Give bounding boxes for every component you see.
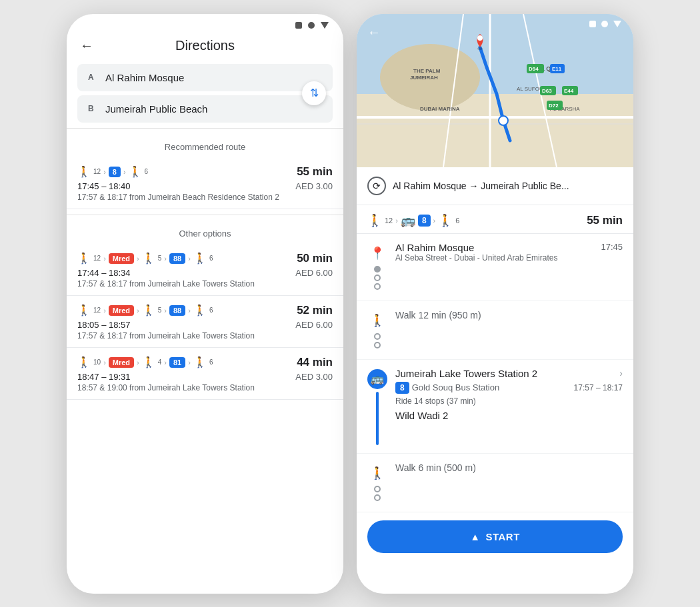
back-button[interactable]: ← [80, 38, 93, 53]
step-walk-2: 🚶 Walk 6 min (500 m) [357, 454, 633, 512]
walk-num-end: 6 [145, 168, 149, 175]
destination-value: Jumeirah Public Beach [105, 103, 207, 115]
signal-icon-r [589, 21, 596, 27]
other-route-2-duration: 52 min [297, 304, 333, 317]
step-body-bus: Jumeirah Lake Towers Station 2 › 8 Gold … [395, 368, 623, 421]
svg-text:D94: D94 [529, 66, 539, 72]
bus-badge-8: 8 [109, 167, 121, 177]
walk-num-start: 12 [93, 168, 101, 175]
bus-icon-r: 🚌 [401, 213, 415, 228]
step-icon-walk1: 🚶 [367, 309, 387, 351]
other-route-1[interactable]: 🚶 12 › Mred › 🚶 5 › 88 › 🚶 6 50 min 17:4… [67, 244, 343, 296]
route-duration: 55 min [297, 165, 333, 179]
other-route-3-duration: 44 min [297, 356, 333, 369]
wifi-icon-r [601, 21, 608, 27]
status-bar-left [67, 14, 343, 33]
signal-strength-icon [321, 22, 329, 29]
destination-input[interactable]: B Jumeirah Public Beach [77, 95, 333, 123]
other-route-1-duration: 50 min [297, 252, 333, 265]
bus-badge-detail: 8 [395, 382, 409, 394]
chevron-icon: › [619, 368, 623, 378]
ride-info: Ride 14 stops (37 min) [395, 396, 623, 406]
bus-badge-88-1: 88 [169, 253, 185, 264]
step-icon-walk2: 🚶 [367, 462, 387, 504]
route-from: 17:57 & 18:17 from Jumeirah Beach Reside… [77, 193, 279, 202]
bus-badge-mred-1: Mred [109, 253, 134, 264]
walk-num: 12 [93, 255, 101, 262]
svg-text:D72: D72 [549, 103, 559, 109]
svg-text:THE PALM: THE PALM [413, 68, 441, 74]
start-button[interactable]: ▲ START [367, 520, 623, 553]
recommended-label: Recommended route [67, 134, 343, 157]
bus-time: 17:57 – 18:17 [574, 383, 623, 392]
route-price: AED 3.00 [295, 181, 333, 191]
or2-time: 18:05 – 18:57 [77, 320, 255, 330]
step-walk-1: 🚶 Walk 12 min (950 m) [357, 301, 633, 360]
time-summary: 🚶 12 › 🚌 8 › 🚶 6 55 min [357, 205, 633, 234]
map-area: ← THE PALM JUMEIRAH [357, 14, 633, 167]
swap-button[interactable]: ⇅ [302, 81, 326, 105]
step-icon-bus: 🚌 [367, 368, 387, 445]
bus-dest: Gold Souq Bus Station [412, 382, 500, 392]
svg-rect-2 [357, 94, 633, 167]
walk-icon: 🚶 [77, 252, 91, 265]
recommended-route[interactable]: 🚶 12 › 8 › 🚶 6 55 min 17:45 – 18:40 17:5… [67, 157, 343, 209]
bus-badge-88-2: 88 [169, 305, 185, 316]
step-bus[interactable]: 🚌 Jumeirah Lake Towers Station 2 › 8 Gol… [357, 360, 633, 454]
svg-text:E11: E11 [552, 66, 562, 72]
origin-label: A [88, 73, 97, 82]
bus-badge-81: 81 [169, 357, 185, 368]
bus-stop-title: Jumeirah Lake Towers Station 2 [395, 368, 537, 379]
start-label: START [485, 531, 519, 542]
walk-title-1: Walk 12 min (950 m) [395, 310, 481, 320]
end-stop: Wild Wadi 2 [395, 410, 623, 421]
svg-text:D63: D63 [542, 88, 552, 94]
svg-point-27 [477, 35, 483, 41]
route-icon: ⟳ [367, 177, 386, 195]
or3-price: AED 3.00 [295, 372, 333, 382]
arrow-2: › [123, 168, 126, 176]
signal-strength-icon-r [613, 21, 621, 27]
walk-num-r: 12 [385, 217, 393, 225]
back-button-right[interactable]: ← [367, 25, 381, 40]
or2-price: AED 6.00 [295, 320, 333, 330]
route-time-range: 17:45 – 18:40 [77, 181, 279, 191]
step-body-origin: Al Rahim Mosque 17:45 Al Seba Street - D… [395, 242, 623, 263]
svg-text:JUMEIRAH: JUMEIRAH [410, 75, 438, 81]
other-options-label: Other options [67, 221, 343, 244]
origin-title: Al Rahim Mosque [395, 242, 474, 253]
divider-2 [67, 215, 343, 215]
step-body-walk2: Walk 6 min (500 m) [395, 462, 623, 474]
wifi-icon [308, 22, 315, 29]
walk-icon-start: 🚶 [77, 165, 91, 178]
other-route-2[interactable]: 🚶 12 › Mred › 🚶 5 › 88 › 🚶 6 52 min 18:0… [67, 296, 343, 348]
svg-text:E44: E44 [564, 88, 574, 94]
or3-from: 18:57 & 19:00 from Jumeirah Lake Towers … [77, 383, 255, 392]
svg-point-26 [477, 47, 483, 50]
walk-icon-r: 🚶 [367, 213, 382, 228]
total-duration: 55 min [587, 214, 623, 227]
bus-badge-mred-3: Mred [109, 357, 134, 368]
origin-subtitle: Al Seba Street - Dubai - United Arab Emi… [395, 253, 623, 263]
divider-1 [67, 128, 343, 129]
other-route-3[interactable]: 🚶 10 › Mred › 🚶 4 › 81 › 🚶 6 44 min 18:4… [67, 348, 343, 400]
swap-icon: ⇅ [310, 87, 319, 99]
walk-title-2: Walk 6 min (500 m) [395, 462, 476, 473]
map-svg: THE PALM JUMEIRAH AL QUOZ AL SUFOUH AL B… [357, 14, 633, 167]
or1-time: 17:44 – 18:34 [77, 268, 255, 278]
arrow-1: › [103, 168, 106, 176]
destination-label: B [88, 104, 97, 113]
route-info-card: ⟳ Al Rahim Mosque → Jumeirah Public Be..… [357, 167, 633, 205]
start-icon: ▲ [470, 531, 480, 542]
signal-icon [295, 22, 302, 29]
route-title: Al Rahim Mosque → Jumeirah Public Be... [393, 181, 569, 191]
page-title: Directions [175, 38, 235, 53]
step-body-walk1: Walk 12 min (950 m) [395, 309, 623, 321]
left-phone: ← Directions A Al Rahim Mosque B Jumeira… [67, 14, 343, 594]
walk-end-r: 6 [455, 217, 459, 225]
or2-from: 17:57 & 18:17 from Jumeirah Lake Towers … [77, 331, 255, 340]
origin-input[interactable]: A Al Rahim Mosque [77, 64, 333, 91]
pin-icon: 📍 [367, 243, 387, 263]
status-bar-right [588, 21, 623, 27]
svg-point-25 [499, 116, 508, 125]
